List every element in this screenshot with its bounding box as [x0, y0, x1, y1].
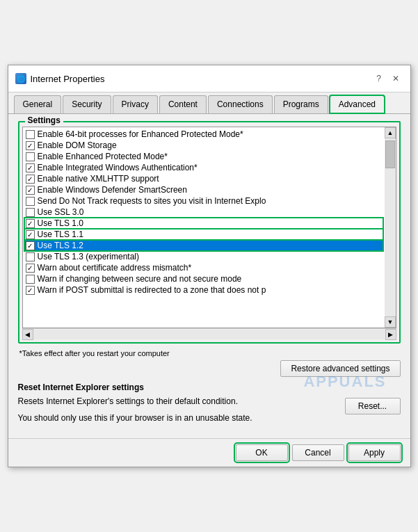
ok-button[interactable]: OK — [236, 444, 288, 461]
tab-privacy[interactable]: Privacy — [113, 95, 158, 113]
reset-text-1: Resets Internet Explorer's settings to t… — [18, 395, 338, 408]
tab-security[interactable]: Security — [63, 95, 111, 113]
scroll-up-arrow[interactable]: ▲ — [385, 127, 396, 138]
scroll-thumb[interactable] — [385, 140, 395, 168]
window-title: Internet Properties — [31, 74, 105, 84]
list-item[interactable]: Enable DOM Storage — [24, 140, 383, 151]
title-bar-left: 🌐 Internet Properties — [15, 73, 105, 84]
checkbox[interactable] — [26, 175, 35, 184]
list-item-label: Enable Enhanced Protected Mode* — [38, 152, 168, 161]
checkbox[interactable] — [26, 219, 35, 228]
tab-connections[interactable]: Connections — [208, 95, 273, 113]
list-item[interactable]: Use SSL 3.0 — [24, 207, 383, 218]
checkbox[interactable] — [26, 186, 35, 195]
list-item[interactable]: Enable Enhanced Protected Mode* — [24, 151, 383, 162]
list-item[interactable]: Use TLS 1.0 — [24, 218, 383, 229]
hscroll-left-arrow[interactable]: ◀ — [22, 329, 33, 340]
settings-list: Enable 64-bit processes for Enhanced Pro… — [23, 127, 385, 328]
hscroll-track — [33, 330, 385, 339]
settings-group: Settings Enable 64-bit processes for Enh… — [18, 121, 401, 344]
checkbox[interactable] — [26, 275, 35, 284]
list-item-label: Enable 64-bit processes for Enhanced Pro… — [38, 129, 243, 139]
checkbox[interactable] — [26, 241, 35, 250]
list-item[interactable]: Warn if changing between secure and not … — [24, 273, 383, 284]
list-item[interactable]: Enable 64-bit processes for Enhanced Pro… — [24, 129, 383, 140]
window-icon: 🌐 — [15, 73, 26, 84]
tab-content[interactable]: Content — [159, 95, 207, 113]
list-item[interactable]: Send Do Not Track requests to sites you … — [24, 195, 383, 207]
internet-properties-window: 🌐 Internet Properties ? ✕ General Securi… — [8, 65, 411, 467]
hscroll-right-arrow[interactable]: ▶ — [385, 329, 396, 340]
checkbox[interactable] — [26, 163, 35, 172]
list-item[interactable]: Enable Windows Defender SmartScreen — [24, 184, 383, 195]
checkbox[interactable] — [26, 130, 35, 139]
tab-advanced[interactable]: Advanced — [330, 95, 385, 113]
list-item[interactable]: Use TLS 1.2 — [24, 240, 383, 251]
list-item-label: Send Do Not Track requests to sites you … — [38, 196, 266, 206]
title-bar: 🌐 Internet Properties ? ✕ — [8, 65, 410, 92]
checkbox[interactable] — [26, 208, 35, 217]
checkbox[interactable] — [26, 197, 35, 206]
title-bar-right: ? ✕ — [371, 71, 403, 86]
checkbox[interactable] — [26, 230, 35, 239]
reset-text-2: You should only use this if your browser… — [18, 412, 338, 424]
bottom-bar: OK Cancel Apply — [8, 438, 410, 467]
list-item-label: Use SSL 3.0 — [38, 207, 84, 217]
list-item-label: Warn about certificate address mismatch* — [38, 263, 192, 273]
scroll-track — [385, 138, 396, 316]
list-item-label: Warn if changing between secure and not … — [38, 274, 242, 284]
reset-button[interactable]: Reset... — [345, 398, 401, 414]
list-item[interactable]: Warn if POST submittal is redirected to … — [24, 284, 383, 296]
list-item-label: Enable Integrated Windows Authentication… — [38, 163, 198, 172]
checkbox[interactable] — [26, 252, 35, 261]
settings-group-label: Settings — [25, 115, 63, 125]
help-button[interactable]: ? — [371, 71, 387, 86]
tab-programs[interactable]: Programs — [274, 95, 328, 113]
reset-btn-col: Reset... — [345, 395, 401, 414]
checkbox[interactable] — [26, 141, 35, 150]
list-item[interactable]: Enable Integrated Windows Authentication… — [24, 162, 383, 173]
cancel-button[interactable]: Cancel — [292, 444, 344, 461]
tab-content-area: Settings Enable 64-bit processes for Enh… — [8, 114, 410, 438]
scroll-down-arrow[interactable]: ▼ — [385, 316, 396, 328]
settings-list-container: Enable 64-bit processes for Enhanced Pro… — [22, 127, 396, 328]
list-item-label: Use TLS 1.1 — [38, 229, 83, 239]
horizontal-scrollbar[interactable]: ◀ ▶ — [22, 328, 396, 339]
list-item[interactable]: Warn about certificate address mismatch* — [24, 262, 383, 273]
vertical-scrollbar[interactable]: ▲ ▼ — [385, 127, 396, 328]
tab-general[interactable]: General — [14, 95, 62, 113]
list-item-label: Enable native XMLHTTP support — [38, 174, 159, 184]
apply-button[interactable]: Apply — [348, 444, 401, 461]
list-item-label: Use TLS 1.0 — [38, 218, 83, 228]
reset-section-body: Resets Internet Explorer's settings to t… — [18, 395, 401, 424]
list-item-label: Warn if POST submittal is redirected to … — [38, 285, 266, 295]
list-item-label: Use TLS 1.2 — [38, 241, 83, 250]
checkbox[interactable] — [26, 152, 35, 161]
list-item-label: Enable DOM Storage — [38, 140, 117, 150]
tab-bar: General Security Privacy Content Connect… — [8, 92, 410, 114]
list-item[interactable]: Use TLS 1.1 — [24, 229, 383, 240]
list-item-label: Use TLS 1.3 (experimental) — [38, 252, 140, 261]
checkbox[interactable] — [26, 264, 35, 273]
restart-note: *Takes effect after you restart your com… — [19, 349, 399, 357]
list-item-label: Enable Windows Defender SmartScreen — [38, 185, 187, 195]
list-item[interactable]: Use TLS 1.3 (experimental) — [24, 251, 383, 262]
checkbox[interactable] — [26, 286, 35, 295]
watermark: APPUALS — [303, 373, 386, 391]
reset-text-block: Resets Internet Explorer's settings to t… — [18, 395, 338, 424]
close-button[interactable]: ✕ — [388, 71, 403, 86]
list-item[interactable]: Enable native XMLHTTP support — [24, 173, 383, 184]
